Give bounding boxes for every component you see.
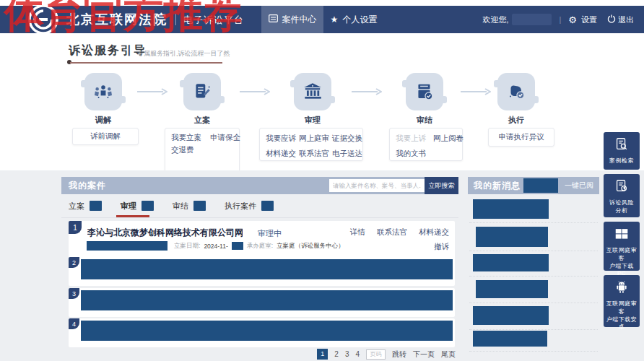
court-name: 北京互联网法院 bbox=[66, 11, 167, 28]
filing-links-card: 我要立案 申请保全 交退费 bbox=[165, 128, 240, 175]
guide-section-subtitle: 专属服务指引,诉讼流程一目了然 bbox=[137, 49, 230, 58]
mediation-links-card: 诉前调解 bbox=[72, 128, 139, 145]
my-cases-panel: 我的案件 立即搜索 立案 审理 审结 执行案件 1 李沁与北京微梦创科网络技术有… bbox=[61, 177, 458, 361]
court-logo-icon bbox=[27, 4, 59, 35]
case-row-index: 1 bbox=[69, 221, 82, 234]
link-apply-preservation[interactable]: 申请保全 bbox=[210, 133, 240, 143]
user-area: 欢迎您, | ⚙ 设置 退出 bbox=[482, 6, 644, 33]
message-separator bbox=[469, 251, 598, 251]
action-details[interactable]: 详情 bbox=[350, 227, 365, 238]
message-item-redacted[interactable] bbox=[473, 199, 549, 219]
link-electronic-delivery[interactable]: 电子送达 bbox=[332, 149, 362, 159]
step-filing-label: 立案 bbox=[180, 115, 224, 126]
star-icon: ★ bbox=[331, 14, 339, 25]
last-page-button[interactable]: 尾页 bbox=[441, 349, 456, 360]
message-item-redacted[interactable] bbox=[476, 280, 548, 298]
page-3[interactable]: 3 bbox=[345, 350, 349, 358]
username-redacted bbox=[512, 14, 552, 25]
logout-label: 退出 bbox=[618, 14, 634, 25]
tab-trial[interactable]: 审理 bbox=[121, 201, 154, 212]
header-divider bbox=[175, 14, 176, 25]
case-search-icon bbox=[614, 142, 630, 155]
top-header: 北京互联网法院 电子诉讼平台 案件中心 ★ 个人设置 欢迎您, | ⚙ 设置 退… bbox=[0, 6, 644, 33]
messages-count-redacted bbox=[523, 178, 558, 193]
step-execution: 执行 bbox=[495, 73, 538, 126]
message-item-redacted[interactable] bbox=[473, 306, 549, 325]
message-item-redacted[interactable] bbox=[476, 227, 548, 247]
tab-concluded-count-redacted bbox=[193, 201, 206, 211]
link-pay-refund-fee[interactable]: 交退费 bbox=[171, 145, 180, 155]
tab-filing-label: 立案 bbox=[69, 201, 84, 212]
my-cases-header: 我的案件 立即搜索 bbox=[61, 177, 458, 194]
message-item-redacted[interactable] bbox=[473, 254, 549, 271]
link-respond-suit[interactable]: 我要应诉 bbox=[266, 134, 296, 144]
message-separator bbox=[469, 351, 598, 352]
mark-all-read-button[interactable]: 一键已阅 bbox=[565, 180, 599, 191]
action-withdraw[interactable]: 撤诉 bbox=[434, 242, 449, 252]
sidebar-download-pc-button[interactable]: 互联网庭审客 户端下载PC bbox=[604, 222, 640, 271]
power-icon bbox=[607, 14, 616, 25]
case-center-list-icon bbox=[269, 14, 278, 25]
action-material-submit[interactable]: 材料递交 bbox=[419, 227, 449, 238]
tab-filing[interactable]: 立案 bbox=[69, 201, 102, 212]
tab-execution-cases[interactable]: 执行案件 bbox=[225, 201, 274, 212]
case-content-redacted bbox=[81, 259, 453, 279]
link-online-file-review[interactable]: 网上阅卷 bbox=[433, 134, 464, 144]
jump-button[interactable]: 跳转 bbox=[392, 349, 406, 360]
step-filing: 立案 bbox=[180, 73, 224, 126]
link-execution-objection[interactable]: 申请执行异议 bbox=[499, 132, 544, 142]
case-title[interactable]: 李沁与北京微梦创科网络技术有限公司网... bbox=[87, 227, 243, 239]
tab-execution-count-redacted bbox=[261, 201, 274, 211]
next-page-button[interactable]: 下一页 bbox=[413, 349, 435, 360]
case-content-redacted bbox=[81, 290, 453, 310]
nav-case-center[interactable]: 案件中心 bbox=[261, 6, 323, 33]
action-contact-judge[interactable]: 联系法官 bbox=[377, 227, 407, 238]
settings-button[interactable]: ⚙ 设置 bbox=[568, 14, 597, 25]
link-pretrial-mediation[interactable]: 诉前调解 bbox=[90, 131, 121, 142]
filing-date-label: 立案日期: bbox=[174, 242, 200, 251]
link-my-documents[interactable]: 我的文书 bbox=[396, 149, 426, 159]
sidebar-risk-analysis-button[interactable]: 诉讼风险 分析 bbox=[604, 174, 640, 217]
case-content-redacted bbox=[81, 321, 453, 341]
case-row-1[interactable]: 1 李沁与北京微梦创科网络技术有限公司网... 审理中 详情 联系法官 材料递交… bbox=[69, 221, 455, 258]
guide-section-title: 诉讼服务引导 bbox=[69, 43, 147, 58]
sidebar-case-search-label: 案例检索 bbox=[605, 157, 638, 165]
tab-concluded-label: 审结 bbox=[173, 201, 188, 212]
case-row-4-redacted[interactable]: 4 bbox=[69, 318, 455, 347]
search-now-button[interactable]: 立即搜索 bbox=[425, 177, 458, 194]
link-contact-judge[interactable]: 联系法官 bbox=[299, 149, 329, 159]
welcome-label: 欢迎您, bbox=[482, 14, 508, 25]
page-2[interactable]: 2 bbox=[334, 350, 339, 358]
tab-concluded[interactable]: 审结 bbox=[173, 201, 206, 212]
sidebar-download-android-button[interactable]: 互联网庭审客 户端下载安卓 bbox=[604, 275, 640, 327]
link-file-case[interactable]: 我要立案 bbox=[171, 133, 201, 143]
message-item-redacted[interactable] bbox=[473, 331, 547, 347]
hand-check-icon bbox=[497, 73, 535, 110]
page-1-current[interactable]: 1 bbox=[317, 349, 328, 360]
logout-button[interactable]: 退出 bbox=[607, 14, 634, 25]
message-separator bbox=[469, 222, 598, 223]
messages-panel: 我的新消息 一键已阅 bbox=[468, 177, 599, 361]
settings-label: 设置 bbox=[581, 14, 597, 25]
case-search-input[interactable] bbox=[329, 179, 425, 192]
case-actions: 详情 联系法官 材料递交 bbox=[350, 227, 449, 238]
link-online-trial[interactable]: 网上庭审 bbox=[299, 134, 329, 144]
link-material-submit[interactable]: 材料递交 bbox=[266, 149, 296, 159]
filing-day-redacted bbox=[232, 242, 243, 250]
page-jump-input[interactable] bbox=[366, 349, 386, 360]
trial-links-card: 我要应诉 网上庭审 证据交换 材料递交 联系法官 电子送达 bbox=[259, 128, 363, 161]
case-row-index: 2 bbox=[69, 257, 79, 268]
android-icon bbox=[614, 285, 630, 297]
message-separator bbox=[469, 329, 598, 330]
page-4[interactable]: 4 bbox=[355, 350, 360, 358]
step-mediation-label: 调解 bbox=[82, 115, 125, 126]
sidebar-case-search-button[interactable]: 案例检索 bbox=[604, 132, 640, 170]
case-row-2-redacted[interactable]: 2 bbox=[69, 257, 455, 286]
link-evidence-exchange[interactable]: 证据交换 bbox=[332, 134, 362, 144]
link-appeal[interactable]: 我要上诉 bbox=[396, 134, 426, 144]
my-cases-title: 我的案件 bbox=[61, 180, 106, 192]
flow-arrow bbox=[352, 88, 382, 95]
nav-personal-settings[interactable]: ★ 个人设置 bbox=[323, 6, 384, 33]
case-row-3-redacted[interactable]: 3 bbox=[69, 288, 455, 317]
filing-date-value: 2024-11- bbox=[204, 243, 227, 250]
